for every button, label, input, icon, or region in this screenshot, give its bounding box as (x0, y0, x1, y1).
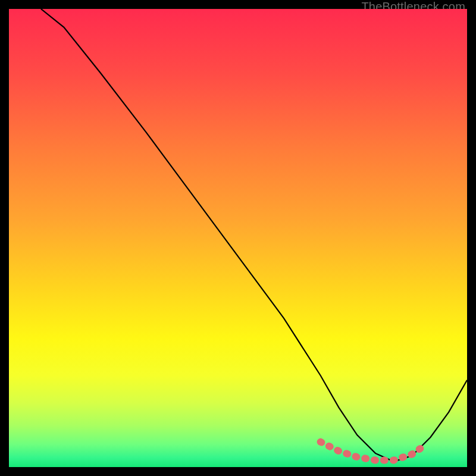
chart-frame (9, 9, 467, 467)
gradient-background (9, 9, 467, 467)
bottleneck-chart (9, 9, 467, 467)
